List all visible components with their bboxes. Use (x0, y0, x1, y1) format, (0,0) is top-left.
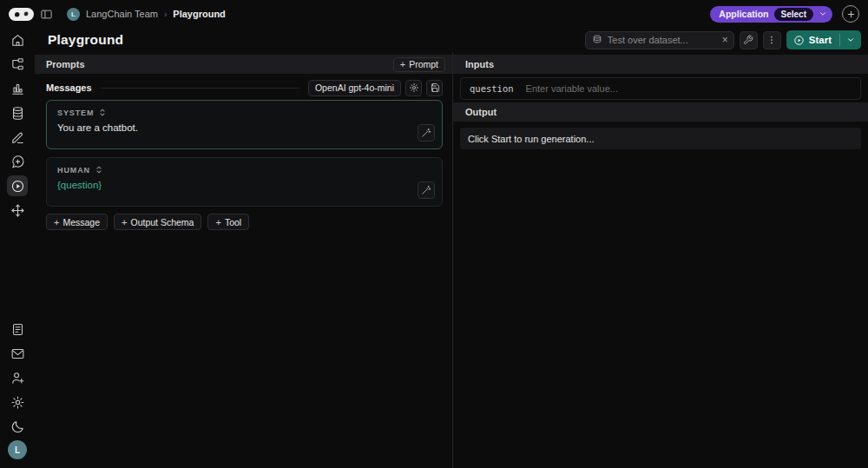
chevron-down-icon (846, 36, 855, 44)
improve-prompt-button[interactable] (418, 181, 435, 199)
plus-icon: + (54, 217, 59, 227)
user-avatar[interactable]: L (8, 440, 27, 459)
move-arrows-icon (10, 203, 25, 218)
document-icon (10, 322, 25, 337)
role-label: SYSTEM (57, 109, 94, 117)
nav-dark-mode[interactable] (7, 416, 28, 437)
gear-icon (409, 82, 419, 93)
messages-row: Messages OpenAI gpt-4o-mini (46, 80, 443, 96)
start-label: Start (809, 35, 832, 45)
plus-icon (846, 10, 856, 19)
logo-wrench-icon (23, 10, 30, 17)
model-settings-button[interactable] (405, 80, 422, 96)
nav-tracing[interactable] (7, 54, 28, 75)
output-header-bar: Output (453, 102, 868, 122)
output-empty-state: Click Start to run generation... (460, 128, 861, 149)
nav-feedback[interactable] (7, 151, 28, 172)
pencil-icon (10, 130, 25, 145)
nav-datasets[interactable] (7, 102, 28, 123)
start-button[interactable]: Start (786, 30, 861, 49)
inputs-header-bar: Inputs (453, 55, 868, 74)
dataset-icon (592, 35, 602, 45)
add-message-label: Message (62, 217, 100, 227)
message-content[interactable]: {question} (57, 180, 431, 190)
page-title: Playground (48, 32, 123, 48)
messages-header: Messages (46, 82, 92, 93)
add-tool-label: Tool (225, 217, 241, 227)
nav-playground[interactable] (7, 175, 28, 196)
play-circle-icon (793, 35, 805, 46)
add-tool-button[interactable]: + Tool (207, 214, 249, 230)
breadcrumb-page: Playground (173, 9, 226, 19)
kebab-menu-icon (766, 35, 777, 45)
save-prompt-button[interactable] (426, 80, 443, 96)
up-down-chevrons-icon (95, 165, 102, 175)
gear-icon (10, 395, 25, 410)
inputs-header: Inputs (465, 59, 494, 69)
tools-button[interactable] (740, 31, 758, 49)
chevron-down-icon (819, 10, 827, 18)
application-label: Application (719, 9, 768, 19)
select-pill[interactable]: Select (774, 8, 813, 21)
role-selector[interactable]: SYSTEM (57, 108, 106, 117)
breadcrumb-team[interactable]: LangChain Team (86, 9, 158, 19)
clear-dataset-icon[interactable]: × (722, 35, 728, 45)
test-over-dataset-box[interactable]: × (585, 31, 734, 49)
top-bar: L LangChain Team › Playground Applicatio… (0, 0, 868, 28)
sidebar-toggle-icon[interactable] (40, 8, 53, 21)
breadcrumb-separator: › (164, 10, 167, 19)
message-card-system[interactable]: SYSTEM You are a chatbot. (46, 100, 443, 149)
variable-value-input[interactable] (526, 83, 852, 94)
nav-rail-bottom: L (7, 319, 28, 468)
save-icon (430, 82, 440, 93)
nav-settings[interactable] (7, 392, 28, 412)
page-header: Playground × Start (35, 28, 868, 52)
nav-home[interactable] (7, 30, 28, 50)
nav-docs[interactable] (7, 319, 28, 339)
magic-wand-icon (421, 128, 431, 138)
prompts-header: Prompts (46, 59, 85, 69)
nav-annotation-queues[interactable] (7, 127, 28, 148)
langsmith-logo[interactable] (9, 8, 34, 21)
chat-plus-icon (10, 155, 25, 169)
prompt-actions-row: + Message + Output Schema + Tool (46, 214, 443, 230)
magic-wand-icon (421, 185, 431, 195)
add-prompt-button[interactable]: + Prompt (393, 57, 445, 72)
plus-icon: + (122, 217, 127, 227)
add-message-button[interactable]: + Message (46, 214, 108, 230)
nav-mail[interactable] (7, 343, 28, 364)
dataset-search-input[interactable] (608, 35, 717, 45)
logo-parrot-icon (13, 10, 21, 18)
start-button-main[interactable]: Start (786, 30, 839, 49)
home-icon (10, 33, 25, 48)
wrench-icon (743, 35, 753, 45)
playground-play-icon (10, 179, 25, 194)
add-output-schema-button[interactable]: + Output Schema (114, 214, 201, 230)
add-output-schema-label: Output Schema (130, 217, 194, 227)
more-options-button[interactable] (763, 31, 781, 49)
add-prompt-label: Prompt (409, 59, 438, 69)
model-selector-button[interactable]: OpenAI gpt-4o-mini (308, 80, 401, 96)
message-card-human[interactable]: HUMAN {question} (46, 157, 443, 207)
start-dropdown-button[interactable] (840, 30, 861, 49)
message-content[interactable]: You are a chatbot. (57, 122, 431, 133)
output-header: Output (465, 107, 496, 117)
nav-deployments[interactable] (7, 200, 28, 221)
application-select-button[interactable]: Application Select (710, 6, 832, 23)
nav-invite-user[interactable] (7, 367, 28, 388)
role-selector[interactable]: HUMAN (57, 165, 102, 175)
nav-rail: L (0, 28, 35, 468)
role-label: HUMAN (57, 166, 90, 175)
database-icon (10, 106, 25, 121)
add-workspace-button[interactable] (842, 5, 859, 23)
improve-prompt-button[interactable] (418, 124, 435, 142)
mail-icon (10, 346, 25, 361)
bar-chart-icon (10, 82, 25, 96)
plus-icon: + (400, 59, 405, 69)
up-down-chevrons-icon (99, 108, 106, 117)
prompts-pane: Prompts + Prompt Messages OpenAI gpt-4o-… (35, 52, 452, 468)
team-avatar[interactable]: L (67, 8, 80, 21)
input-variable-row[interactable]: question (460, 77, 861, 100)
variable-name: question (470, 83, 514, 94)
nav-dashboards[interactable] (7, 78, 28, 99)
